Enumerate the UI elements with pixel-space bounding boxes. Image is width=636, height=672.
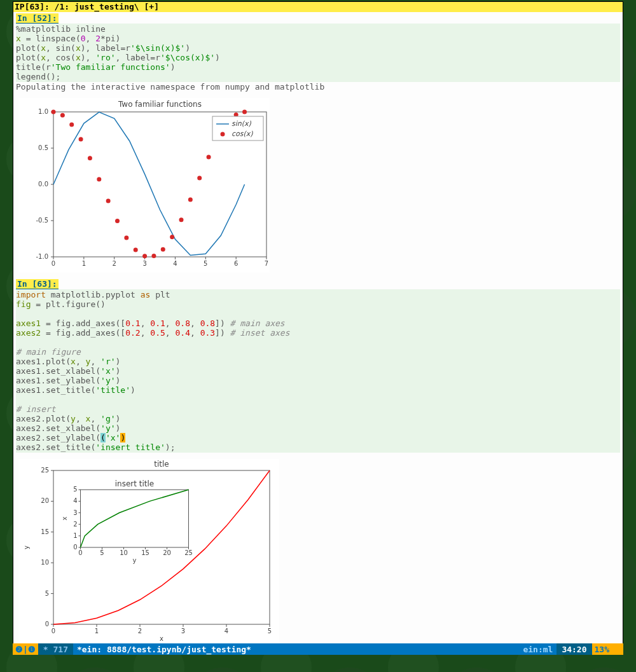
svg-text:0: 0 bbox=[78, 549, 82, 556]
svg-text:5: 5 bbox=[45, 590, 49, 597]
svg-text:1: 1 bbox=[82, 260, 86, 267]
svg-point-31 bbox=[79, 137, 83, 142]
svg-text:10: 10 bbox=[41, 559, 49, 566]
svg-point-44 bbox=[197, 176, 202, 181]
svg-text:2: 2 bbox=[113, 260, 116, 267]
svg-point-45 bbox=[207, 154, 211, 159]
svg-text:2: 2 bbox=[138, 627, 142, 634]
modeline-corner bbox=[612, 643, 623, 655]
svg-point-35 bbox=[115, 219, 120, 223]
chart-two-familiar-functions: Two familiar functions01234567-1.0-0.50.… bbox=[18, 98, 270, 273]
modeline-line-count: * 717 bbox=[38, 643, 73, 655]
svg-text:4: 4 bbox=[73, 497, 77, 504]
cursor-region: ( bbox=[100, 433, 106, 442]
svg-text:1: 1 bbox=[73, 532, 77, 539]
chart-title-with-inset: title0123450510152025xyinsert title05101… bbox=[18, 459, 279, 643]
svg-point-29 bbox=[60, 113, 65, 118]
code-cell-63[interactable]: import matplotlib.pyplot as plt fig = pl… bbox=[16, 289, 620, 453]
svg-text:4: 4 bbox=[173, 260, 177, 267]
svg-point-34 bbox=[106, 198, 111, 203]
svg-point-53 bbox=[221, 132, 225, 137]
svg-text:15: 15 bbox=[141, 549, 149, 556]
svg-point-41 bbox=[170, 235, 174, 239]
svg-text:20: 20 bbox=[163, 549, 171, 556]
svg-point-36 bbox=[124, 236, 128, 240]
svg-text:5: 5 bbox=[73, 486, 77, 493]
svg-text:7: 7 bbox=[265, 260, 268, 267]
cell-52-stdout: Populating the interactive namespace fro… bbox=[16, 82, 620, 92]
svg-text:Two familiar functions: Two familiar functions bbox=[118, 100, 202, 109]
svg-text:25: 25 bbox=[184, 549, 193, 556]
svg-text:0: 0 bbox=[73, 544, 77, 551]
svg-text:insert title: insert title bbox=[115, 479, 155, 488]
svg-point-32 bbox=[88, 156, 92, 160]
cell-prompt-52: In [52]: bbox=[16, 13, 59, 24]
svg-text:15: 15 bbox=[41, 528, 49, 535]
modeline-buffer-name: *ein: 8888/test.ipynb/just_testing* bbox=[73, 645, 519, 654]
modeline-window-indicator: ❷|❶ bbox=[13, 643, 38, 655]
svg-text:20: 20 bbox=[41, 497, 49, 504]
modeline-major-mode: ein:ml bbox=[519, 645, 556, 654]
cell-prompt-63: In [63]: bbox=[16, 279, 59, 289]
svg-text:x: x bbox=[61, 517, 68, 521]
svg-text:-1.0: -1.0 bbox=[36, 253, 48, 260]
svg-text:sin(x): sin(x) bbox=[232, 120, 252, 128]
svg-point-40 bbox=[161, 247, 165, 252]
svg-text:0: 0 bbox=[45, 621, 49, 627]
svg-text:title: title bbox=[154, 460, 169, 469]
svg-text:1: 1 bbox=[95, 627, 99, 634]
svg-point-39 bbox=[151, 254, 156, 258]
svg-text:2: 2 bbox=[73, 521, 77, 528]
mark-region: ) bbox=[120, 433, 125, 442]
modeline: ❷|❶ * 717 *ein: 8888/test.ipynb/just_tes… bbox=[13, 643, 623, 655]
svg-text:0: 0 bbox=[52, 627, 55, 634]
svg-point-49 bbox=[242, 110, 247, 114]
svg-point-38 bbox=[142, 254, 147, 258]
svg-point-30 bbox=[69, 122, 74, 127]
svg-text:5: 5 bbox=[204, 260, 207, 267]
modeline-scroll-pct: 13% bbox=[592, 643, 612, 655]
svg-text:25: 25 bbox=[41, 467, 49, 474]
svg-text:cos(x): cos(x) bbox=[232, 130, 253, 138]
svg-text:10: 10 bbox=[120, 549, 128, 556]
svg-point-42 bbox=[179, 217, 184, 222]
svg-text:x: x bbox=[160, 635, 163, 642]
svg-text:4: 4 bbox=[225, 627, 228, 634]
svg-text:1.0: 1.0 bbox=[38, 108, 48, 115]
svg-text:y: y bbox=[23, 545, 30, 549]
svg-text:6: 6 bbox=[234, 260, 238, 267]
svg-text:0.0: 0.0 bbox=[38, 181, 48, 188]
svg-text:0: 0 bbox=[52, 260, 55, 267]
svg-text:5: 5 bbox=[268, 627, 272, 634]
notebook-body[interactable]: In [52]: %matplotlib inline x = linspace… bbox=[13, 12, 623, 651]
svg-text:y: y bbox=[133, 557, 137, 564]
svg-point-33 bbox=[97, 177, 101, 181]
window-title: IP[63]: /1: just_testing\ [+] bbox=[13, 2, 623, 12]
svg-text:-0.5: -0.5 bbox=[36, 217, 48, 224]
svg-rect-83 bbox=[81, 490, 189, 547]
modeline-cursor-pos: 34:20 bbox=[556, 643, 591, 655]
svg-point-28 bbox=[52, 110, 56, 114]
svg-point-43 bbox=[188, 198, 193, 202]
code-cell-52[interactable]: %matplotlib inline x = linspace(0, 2*pi)… bbox=[16, 24, 620, 82]
svg-point-37 bbox=[134, 248, 138, 252]
svg-text:3: 3 bbox=[142, 260, 146, 267]
svg-text:5: 5 bbox=[100, 549, 104, 556]
svg-text:3: 3 bbox=[73, 509, 77, 516]
svg-text:0.5: 0.5 bbox=[38, 144, 48, 151]
editor-window: IP[63]: /1: just_testing\ [+] In [52]: %… bbox=[13, 1, 623, 655]
svg-text:3: 3 bbox=[181, 627, 185, 634]
